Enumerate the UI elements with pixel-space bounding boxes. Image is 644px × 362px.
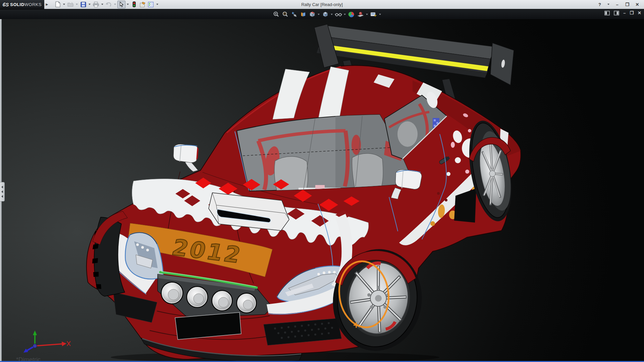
solidworks-logo: ϐS SOLIDWORKS bbox=[0, 0, 44, 9]
display-style-icon bbox=[322, 11, 329, 18]
title-bar: ϐS SOLIDWORKS ▶ bbox=[0, 0, 644, 9]
new-caret[interactable] bbox=[63, 4, 65, 5]
undo-caret[interactable] bbox=[114, 4, 116, 5]
collapse-arrow-icon bbox=[1, 190, 3, 193]
section-view-icon bbox=[300, 11, 307, 18]
feature-manager-collapse-tab[interactable] bbox=[0, 182, 5, 201]
help-caret[interactable] bbox=[607, 4, 609, 5]
apply-scene-icon bbox=[357, 11, 364, 18]
orientation-triad bbox=[23, 330, 70, 353]
zoom-to-area-icon bbox=[282, 11, 288, 18]
left-mirror bbox=[173, 144, 199, 172]
graphics-area[interactable]: 2012 bbox=[0, 19, 644, 362]
app-minimize-button[interactable]: – bbox=[614, 2, 621, 7]
brand-bold: SOLID bbox=[10, 2, 24, 7]
zoom-to-area-button[interactable] bbox=[281, 10, 289, 18]
appearance-ball-icon bbox=[348, 11, 355, 18]
brand-glyph: ϐS bbox=[3, 2, 9, 7]
options-caret[interactable] bbox=[156, 4, 158, 5]
collapse-arrow-icon bbox=[1, 195, 3, 198]
display-style-caret[interactable] bbox=[331, 14, 333, 15]
brand-light: WORKS bbox=[24, 2, 42, 7]
hide-show-caret[interactable] bbox=[344, 14, 346, 15]
select-button[interactable] bbox=[117, 1, 125, 8]
display-states-button[interactable] bbox=[130, 1, 138, 8]
previous-view-button[interactable] bbox=[290, 10, 298, 18]
doc-restore-button[interactable]: ❐ bbox=[630, 10, 634, 15]
print-icon bbox=[93, 2, 99, 7]
document-options-button[interactable] bbox=[147, 1, 155, 8]
zoom-to-fit-icon bbox=[273, 11, 279, 18]
view-settings-icon bbox=[370, 11, 377, 18]
pane-right-icon[interactable] bbox=[614, 11, 619, 15]
save-caret[interactable] bbox=[89, 4, 91, 5]
pane-left-icon[interactable] bbox=[604, 11, 610, 15]
app-restore-button[interactable]: ❐ bbox=[624, 2, 631, 7]
open-caret[interactable] bbox=[76, 4, 78, 5]
undo-icon bbox=[106, 2, 112, 7]
open-document-button[interactable] bbox=[66, 1, 74, 8]
collapse-arrow-icon bbox=[1, 186, 3, 188]
comment-note-icon bbox=[140, 2, 146, 7]
doc-close-button[interactable]: ✕ bbox=[638, 10, 641, 15]
display-style-button[interactable] bbox=[321, 10, 329, 18]
apply-scene-button[interactable] bbox=[356, 10, 365, 18]
edit-appearance-button[interactable] bbox=[347, 10, 356, 18]
view-settings-button[interactable] bbox=[369, 10, 378, 18]
eyeglasses-icon bbox=[335, 11, 342, 18]
print-button[interactable] bbox=[92, 1, 100, 8]
new-document-icon bbox=[55, 1, 61, 7]
save-button[interactable] bbox=[79, 1, 87, 8]
app-close-button[interactable]: ✕ bbox=[634, 2, 641, 7]
section-view-button[interactable] bbox=[299, 10, 307, 18]
select-cursor-icon bbox=[119, 2, 124, 7]
save-icon bbox=[80, 2, 86, 7]
toolbar-flyout-arrow[interactable]: ▶ bbox=[45, 1, 49, 8]
comment-button[interactable] bbox=[139, 1, 147, 8]
print-caret[interactable] bbox=[101, 4, 103, 5]
previous-view-icon bbox=[291, 11, 298, 18]
view-orientation-button[interactable] bbox=[308, 10, 316, 18]
traffic-light-icon bbox=[132, 1, 136, 7]
rally-car-model: 2012 bbox=[0, 19, 644, 362]
apply-scene-caret[interactable] bbox=[366, 14, 368, 15]
undo-button[interactable] bbox=[105, 1, 113, 8]
view-orientation-icon bbox=[309, 11, 316, 18]
new-document-button[interactable] bbox=[54, 1, 62, 8]
open-document-icon bbox=[67, 2, 74, 7]
heads-up-view-toolbar: – ❐ ✕ bbox=[0, 9, 644, 19]
view-settings-caret[interactable] bbox=[379, 14, 381, 15]
view-orientation-caret[interactable] bbox=[318, 14, 320, 15]
zoom-to-fit-button[interactable] bbox=[272, 10, 280, 18]
select-caret[interactable] bbox=[127, 4, 129, 5]
hide-show-items-button[interactable] bbox=[334, 10, 342, 18]
help-button[interactable]: ? bbox=[596, 2, 603, 7]
doc-minimize-button[interactable]: – bbox=[623, 10, 626, 15]
options-checklist-icon bbox=[148, 2, 154, 7]
